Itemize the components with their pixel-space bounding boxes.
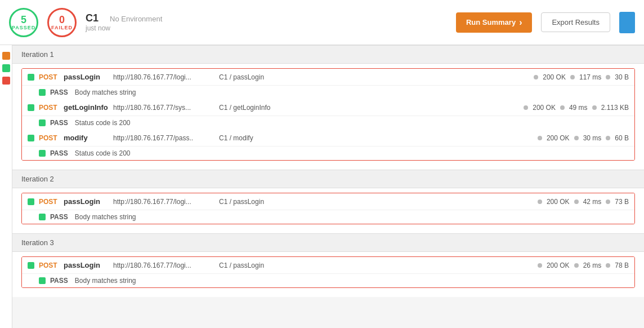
blue-action-button[interactable] bbox=[619, 12, 635, 33]
table-row[interactable]: POST modify http://180.76.167.77/pass.. … bbox=[22, 130, 634, 147]
table-row[interactable]: POST passLogin http://180.76.167.77/logi… bbox=[22, 257, 634, 274]
pass-indicator bbox=[39, 277, 46, 284]
status-group: 200 OK 49 ms 2.113 KB bbox=[524, 104, 629, 112]
size-dot bbox=[606, 200, 610, 204]
req-collection: C1 / getLoginInfo bbox=[219, 104, 287, 112]
req-name: getLoginInfo bbox=[64, 103, 109, 112]
status-dot bbox=[538, 200, 542, 204]
sidebar-icon-red[interactable] bbox=[2, 77, 10, 85]
iteration-1: Iteration 1 POST passLogin http://180.76… bbox=[12, 45, 644, 170]
pass-label: PASS bbox=[50, 213, 68, 221]
request-group-3: POST passLogin http://180.76.167.77/logi… bbox=[21, 256, 635, 288]
method-label: POST bbox=[39, 261, 59, 269]
pass-text: Body matches string bbox=[75, 213, 136, 221]
req-collection: C1 / passLogin bbox=[219, 73, 287, 81]
req-status-indicator bbox=[28, 262, 34, 269]
pass-row: PASS Body matches string bbox=[22, 274, 634, 287]
top-bar: 5 PASSED 0 FAILED C1 No Environment just… bbox=[0, 0, 644, 45]
status-text: 200 OK bbox=[533, 104, 556, 112]
sidebar bbox=[0, 45, 12, 297]
iteration-header-2: Iteration 2 bbox=[12, 170, 644, 188]
table-row[interactable]: POST passLogin http://180.76.167.77/logi… bbox=[22, 193, 634, 210]
table-row[interactable]: POST passLogin http://180.76.167.77/logi… bbox=[22, 69, 634, 86]
time-dot bbox=[574, 263, 579, 268]
status-dot bbox=[534, 75, 538, 79]
iteration-body-2: POST passLogin http://180.76.167.77/logi… bbox=[12, 188, 644, 233]
pass-text: Body matches string bbox=[75, 277, 136, 285]
req-name: passLogin bbox=[64, 73, 109, 81]
run-name: C1 No Environment bbox=[86, 12, 162, 24]
time-text: 26 ms bbox=[583, 261, 602, 269]
req-url: http://180.76.167.77/logi... bbox=[113, 261, 214, 269]
pass-text: Body matches string bbox=[75, 88, 136, 96]
main-content: Iteration 1 POST passLogin http://180.76… bbox=[12, 45, 644, 297]
req-collection: C1 / modify bbox=[219, 134, 287, 142]
pass-label: PASS bbox=[50, 149, 68, 157]
failed-badge: 0 FAILED bbox=[47, 8, 77, 37]
status-text: 200 OK bbox=[547, 261, 570, 269]
status-group: 200 OK 26 ms 78 B bbox=[538, 261, 629, 269]
req-collection: C1 / passLogin bbox=[219, 261, 287, 269]
iteration-3: Iteration 3 POST passLogin http://180.76… bbox=[12, 233, 644, 297]
req-url: http://180.76.167.77/sys... bbox=[113, 104, 214, 112]
iteration-header-1: Iteration 1 bbox=[12, 45, 644, 64]
table-row[interactable]: POST getLoginInfo http://180.76.167.77/s… bbox=[22, 99, 634, 116]
method-label: POST bbox=[39, 104, 59, 112]
status-text: 200 OK bbox=[547, 198, 570, 206]
pass-row: PASS Status code is 200 bbox=[22, 116, 634, 130]
method-label: POST bbox=[39, 134, 59, 142]
req-collection: C1 / passLogin bbox=[219, 198, 287, 206]
pass-label: PASS bbox=[50, 119, 68, 127]
iteration-body-3: POST passLogin http://180.76.167.77/logi… bbox=[12, 252, 644, 297]
size-text: 2.113 KB bbox=[601, 104, 629, 112]
passed-label: PASSED bbox=[12, 25, 35, 30]
sidebar-icon-orange[interactable] bbox=[2, 52, 10, 60]
status-dot bbox=[538, 263, 542, 268]
run-time: just now bbox=[86, 24, 162, 32]
time-text: 49 ms bbox=[569, 104, 588, 112]
passed-count: 5 bbox=[21, 15, 26, 25]
time-dot bbox=[574, 200, 579, 204]
pass-indicator bbox=[39, 119, 46, 126]
time-text: 42 ms bbox=[583, 198, 602, 206]
iteration-2: Iteration 2 POST passLogin http://180.76… bbox=[12, 170, 644, 233]
size-dot bbox=[606, 263, 610, 268]
req-name: passLogin bbox=[64, 261, 109, 269]
size-text: 73 B bbox=[615, 198, 629, 206]
pass-row: PASS Body matches string bbox=[22, 210, 634, 224]
pass-label: PASS bbox=[50, 88, 68, 96]
passed-badge: 5 PASSED bbox=[9, 8, 38, 37]
req-name: passLogin bbox=[64, 197, 109, 206]
request-group-1: POST passLogin http://180.76.167.77/logi… bbox=[21, 68, 635, 161]
req-url: http://180.76.167.77/logi... bbox=[113, 73, 214, 81]
request-group-2: POST passLogin http://180.76.167.77/logi… bbox=[21, 193, 635, 224]
pass-row: PASS Status code is 200 bbox=[22, 147, 634, 160]
time-dot bbox=[570, 75, 575, 79]
time-text: 30 ms bbox=[583, 134, 602, 142]
iteration-header-3: Iteration 3 bbox=[12, 233, 644, 252]
req-status-indicator bbox=[28, 74, 34, 81]
run-summary-button[interactable]: Run Summary bbox=[456, 12, 532, 33]
pass-indicator bbox=[39, 150, 46, 157]
status-text: 200 OK bbox=[547, 134, 570, 142]
status-group: 200 OK 30 ms 60 B bbox=[538, 134, 629, 142]
status-group: 200 OK 42 ms 73 B bbox=[538, 198, 629, 206]
time-dot bbox=[560, 105, 565, 110]
pass-indicator bbox=[39, 89, 46, 96]
pass-label: PASS bbox=[50, 277, 68, 285]
method-label: POST bbox=[39, 198, 59, 206]
req-url: http://180.76.167.77/pass.. bbox=[113, 134, 214, 142]
pass-text: Status code is 200 bbox=[75, 119, 131, 127]
failed-label: FAILED bbox=[51, 25, 73, 30]
size-dot bbox=[606, 136, 610, 140]
req-name: modify bbox=[64, 134, 109, 142]
status-text: 200 OK bbox=[543, 73, 566, 81]
size-dot bbox=[606, 75, 610, 79]
pass-text: Status code is 200 bbox=[75, 149, 131, 157]
export-results-button[interactable]: Export Results bbox=[541, 12, 610, 32]
time-dot bbox=[574, 136, 579, 140]
status-dot bbox=[524, 105, 528, 110]
req-status-indicator bbox=[28, 135, 34, 141]
sidebar-icon-green[interactable] bbox=[2, 64, 10, 72]
failed-count: 0 bbox=[59, 15, 65, 25]
